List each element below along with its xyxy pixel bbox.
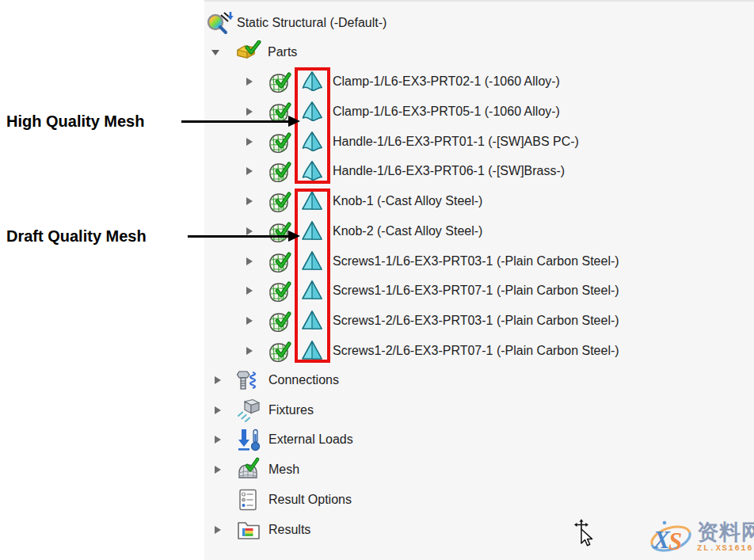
part-label: Screws1-1/L6-EX3-PRT03-1 (-Plain Carbon …	[333, 246, 619, 276]
watermark-logo-icon: X S	[646, 516, 695, 558]
tree-node-part[interactable]: Screws1-1/L6-EX3-PRT03-1 (-Plain Carbon …	[204, 246, 754, 276]
watermark-site-name: 资料网	[697, 521, 754, 543]
part-label: Knob-2 (-Cast Alloy Steel-)	[333, 216, 482, 246]
watermark-logo-s: S	[668, 528, 682, 555]
mesh-check-icon	[266, 158, 291, 185]
expand-icon[interactable]	[246, 166, 253, 176]
part-label: Clamp-1/L6-EX3-PRT05-1 (-1060 Alloy-)	[333, 97, 560, 127]
tree-node-part[interactable]: Screws1-1/L6-EX3-PRT07-1 (-Plain Carbon …	[204, 276, 754, 306]
part-label: Handle-1/L6-EX3-PRT06-1 (-[SW]Brass-)	[333, 156, 565, 186]
result-options-icon	[236, 488, 260, 512]
pyramid-high-icon	[301, 160, 323, 182]
tree-node-result-options[interactable]: Result Options	[204, 485, 754, 515]
section-label: Mesh	[268, 455, 299, 485]
external-loads-icon	[236, 428, 261, 451]
expand-icon[interactable]	[214, 525, 222, 535]
draft-quality-arrow-line	[188, 235, 290, 238]
expand-icon[interactable]	[214, 406, 222, 415]
draft-quality-mesh-label: Draft Quality Mesh	[6, 227, 147, 246]
draft-quality-arrow-head	[288, 230, 300, 242]
pyramid-draft-icon	[301, 310, 323, 332]
study-title: Static Structural (-Default-)	[237, 8, 387, 38]
tree-node-part[interactable]: Screws1-2/L6-EX3-PRT07-1 (-Plain Carbon …	[204, 336, 754, 366]
expand-icon[interactable]	[246, 257, 253, 266]
mesh-check-icon	[266, 337, 291, 364]
tree-node-fixtures[interactable]: Fixtures	[204, 395, 754, 425]
expand-icon[interactable]	[246, 137, 253, 147]
expand-icon[interactable]	[246, 346, 253, 356]
pyramid-draft-icon	[301, 190, 323, 212]
pyramid-draft-icon	[301, 280, 323, 302]
tree-node-study[interactable]: Static Structural (-Default-)	[204, 8, 754, 38]
mesh-check-icon	[266, 277, 291, 304]
expand-icon[interactable]	[214, 375, 222, 385]
part-label: Screws1-1/L6-EX3-PRT07-1 (-Plain Carbon …	[333, 276, 619, 306]
pyramid-high-icon	[301, 131, 323, 153]
tree-node-parts[interactable]: Parts	[204, 37, 754, 67]
results-icon	[236, 519, 261, 541]
section-label: External Loads	[268, 425, 353, 455]
tree-node-part[interactable]: Clamp-1/L6-EX3-PRT02-1 (-1060 Alloy-)	[204, 67, 754, 97]
watermark-site-url: ZL.XS1616.COM	[697, 543, 754, 554]
section-label: Fixtures	[268, 395, 314, 425]
pyramid-draft-icon	[301, 220, 323, 242]
fixtures-icon	[236, 398, 261, 422]
mesh-check-icon	[266, 188, 291, 215]
tree-node-connections[interactable]: Connections	[204, 365, 754, 395]
tree-node-part[interactable]: Knob-1 (-Cast Alloy Steel-)	[204, 186, 754, 216]
section-label: Results	[268, 515, 310, 545]
section-label: Connections	[268, 365, 339, 395]
high-quality-mesh-label: High Quality Mesh	[6, 112, 144, 131]
mesh-check-icon	[266, 248, 291, 275]
simulation-tree-panel: Static Structural (-Default-) Parts Clam…	[204, 0, 754, 560]
tree-node-part[interactable]: Knob-2 (-Cast Alloy Steel-)	[204, 216, 754, 246]
pyramid-draft-icon	[301, 340, 323, 362]
parts-icon	[234, 40, 261, 64]
tree-node-part[interactable]: Handle-1/L6-EX3-PRT01-1 (-[SW]ABS PC-)	[204, 127, 754, 157]
move-pointer-cursor	[573, 519, 596, 550]
expand-icon[interactable]	[246, 77, 253, 86]
tree-node-external-loads[interactable]: External Loads	[204, 425, 754, 455]
tree-node-part[interactable]: Screws1-2/L6-EX3-PRT03-1 (-Plain Carbon …	[204, 306, 754, 336]
pyramid-high-icon	[301, 101, 323, 123]
connections-icon	[236, 368, 261, 392]
part-label: Screws1-2/L6-EX3-PRT07-1 (-Plain Carbon …	[333, 336, 619, 366]
part-label: Knob-1 (-Cast Alloy Steel-)	[333, 186, 482, 216]
expand-icon[interactable]	[246, 196, 253, 206]
expand-icon[interactable]	[214, 465, 222, 474]
high-quality-arrow-line	[181, 120, 290, 123]
expand-icon[interactable]	[246, 286, 253, 295]
high-quality-arrow-head	[288, 116, 300, 127]
collapse-icon[interactable]	[211, 48, 220, 56]
mesh-check-icon	[266, 307, 291, 334]
mesh-check-icon	[266, 128, 291, 155]
part-label: Screws1-2/L6-EX3-PRT03-1 (-Plain Carbon …	[333, 306, 619, 336]
tree-node-part[interactable]: Handle-1/L6-EX3-PRT06-1 (-[SW]Brass-)	[204, 156, 754, 186]
expand-icon[interactable]	[246, 107, 253, 116]
parts-label: Parts	[268, 37, 297, 67]
pyramid-high-icon	[301, 70, 323, 93]
screenshot-root: Static Structural (-Default-) Parts Clam…	[0, 0, 754, 560]
mesh-icon	[236, 457, 261, 482]
watermark: X S 资料网 ZL.XS1616.COM	[646, 516, 754, 558]
section-label: Result Options	[268, 485, 352, 515]
part-label: Clamp-1/L6-EX3-PRT02-1 (-1060 Alloy-)	[333, 67, 560, 97]
expand-icon[interactable]	[214, 435, 222, 444]
simulation-study-icon	[206, 10, 234, 36]
expand-icon[interactable]	[246, 316, 253, 326]
pyramid-draft-icon	[301, 250, 323, 272]
tree-node-mesh[interactable]: Mesh	[204, 455, 754, 485]
mesh-check-icon	[266, 68, 291, 95]
part-label: Handle-1/L6-EX3-PRT01-1 (-[SW]ABS PC-)	[333, 127, 579, 157]
